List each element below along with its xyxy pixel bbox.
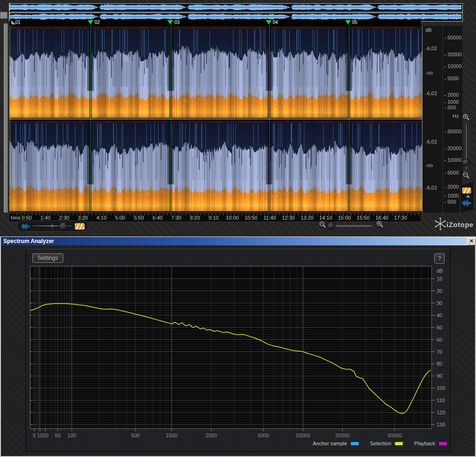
svg-text:100: 100 [68, 433, 76, 438]
svg-text:10: 10 [37, 433, 43, 438]
blend-center-tick [52, 224, 53, 228]
scale-tick [444, 55, 446, 55]
marker-triangle-icon [345, 20, 351, 24]
db-axis-header: dB [425, 27, 431, 33]
time-label-4:10: 4:10 [91, 215, 112, 221]
izotope-star-icon [434, 217, 447, 230]
hz-scale-label: 2000 [444, 92, 459, 98]
hz-scale-label: 5000 [444, 170, 459, 175]
marker-label: 01 [15, 20, 21, 25]
overview-strip-left[interactable] [9, 3, 463, 12]
magnifier-minus-icon[interactable] [319, 221, 326, 228]
waveform-icon [462, 199, 471, 207]
time-label-0:50: 0:50 [16, 215, 37, 221]
spectrum-analyzer-window: Spectrum Analyzer ✕ Settings ? 102030405… [0, 236, 476, 457]
svg-text:130: 130 [437, 422, 445, 427]
scale-tick [444, 38, 446, 38]
svg-text:1000: 1000 [166, 433, 177, 438]
svg-text:60: 60 [437, 337, 442, 343]
spectrogram-view-button[interactable] [462, 187, 471, 198]
svg-text:20000: 20000 [335, 433, 350, 438]
scale-tick [444, 79, 446, 79]
hz-scale-label: 20000 [444, 145, 462, 151]
scale-tick [444, 67, 446, 67]
magnifier-minus-icon [462, 172, 470, 179]
legend-swatch [351, 442, 359, 445]
svg-text:20: 20 [43, 433, 48, 438]
blend-knob[interactable] [59, 222, 68, 231]
marker-row[interactable]: 0102030405 [9, 20, 421, 26]
magnifier-plus-icon [462, 114, 470, 121]
hz-scale-label: 1000 [444, 193, 459, 198]
settings-button[interactable]: Settings [32, 253, 63, 263]
time-label-17:30: 17:30 [390, 215, 411, 221]
hz-scale-label: 10000 [444, 63, 462, 69]
corner-box[interactable] [0, 12, 8, 19]
hz-scale-label: 10000 [444, 157, 462, 163]
help-button[interactable]: ? [434, 253, 445, 264]
window-title: Spectrum Analyzer [3, 238, 54, 244]
blend-slider [17, 221, 88, 232]
scale-tick [444, 102, 446, 103]
legend-item-playback: Playback [414, 441, 447, 446]
magnifier-plus-icon[interactable] [376, 221, 384, 228]
marker-triangle-icon [167, 20, 173, 24]
svg-text:70: 70 [437, 349, 442, 355]
legend-label: Selection [370, 441, 391, 446]
legend: Anchor sampleSelectionPlayback [30, 439, 447, 448]
screen: 0102030405 dB-6,02-oo-6,0250000200001000… [0, 0, 476, 457]
legend-label: Playback [414, 441, 435, 446]
left-strip[interactable] [4, 23, 8, 213]
hz-scale-label: 2000 [444, 184, 459, 190]
spectrogram-icon [462, 187, 471, 194]
hz-scale-label: 500 [444, 199, 456, 205]
waveform-view-button[interactable] [462, 199, 471, 209]
time-label-3:20: 3:20 [73, 215, 93, 221]
scale-tick [444, 173, 446, 174]
hz-scale-label: 5000 [444, 76, 459, 81]
svg-text:2000: 2000 [205, 433, 217, 438]
time-zoom-knob[interactable] [327, 222, 335, 230]
title-bar[interactable]: Spectrum Analyzer ✕ [1, 237, 476, 245]
freq-zoom-out-button[interactable] [462, 172, 470, 179]
close-icon: ✕ [469, 238, 473, 244]
scale-tick [444, 202, 446, 203]
spectrum-plot: 102030405060708090100110120130dB51020501… [30, 266, 452, 442]
spectrogram-channel-1[interactable] [9, 26, 422, 119]
time-label-5:00: 5:00 [110, 215, 130, 221]
scale-tick [444, 132, 446, 132]
svg-text:40: 40 [437, 312, 442, 318]
svg-text:50: 50 [437, 325, 442, 330]
svg-text:10: 10 [437, 276, 442, 282]
legend-swatch [439, 442, 447, 445]
scale-tick [444, 149, 446, 149]
waveform-icon [21, 223, 30, 229]
db-scale-label: -6,02 [425, 46, 437, 51]
time-label-7:30: 7:30 [166, 215, 187, 221]
marker-triangle-icon [88, 20, 93, 24]
triangle-up-icon [466, 195, 470, 198]
close-button[interactable]: ✕ [467, 238, 476, 245]
overview-waveform-right[interactable] [9, 13, 461, 20]
spectrogram-channel-2[interactable] [9, 120, 422, 212]
time-label-6:40: 6:40 [147, 215, 168, 221]
svg-text:100: 100 [437, 385, 445, 391]
freq-zoom-knob[interactable] [461, 159, 470, 166]
svg-text:20: 20 [437, 288, 442, 294]
scale-tick [444, 196, 446, 197]
overview-waveform-left[interactable] [9, 4, 461, 11]
svg-text:120: 120 [437, 410, 445, 415]
time-label-10:50: 10:50 [241, 215, 261, 221]
time-label-10:00: 10:00 [222, 215, 242, 221]
db-scale-label: -oo [425, 162, 433, 168]
izotope-logo-text: iZotope [446, 221, 474, 228]
scale-tick [444, 95, 446, 96]
time-label-2:30: 2:30 [54, 215, 75, 221]
svg-text:500: 500 [131, 433, 140, 438]
hz-axis-footer: Hz [453, 113, 459, 119]
time-label-1:40: 1:40 [35, 215, 56, 221]
hz-scale-label: 50000 [444, 35, 462, 40]
marker-label: 02 [95, 20, 100, 25]
db-scale-label: -6,02 [425, 91, 437, 96]
freq-zoom-in-button[interactable] [462, 114, 470, 121]
